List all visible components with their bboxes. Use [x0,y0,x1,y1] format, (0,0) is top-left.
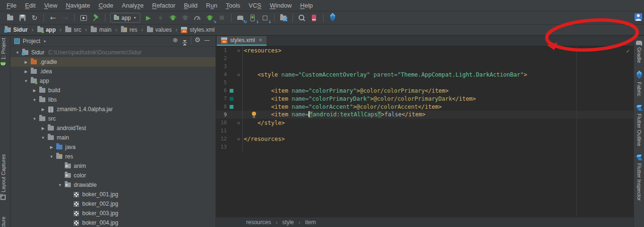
sdk-manager-button[interactable]: ↓ [247,13,258,23]
tree-item-boker-004-jpg[interactable]: boker_004.jpg [10,218,215,227]
chevron-collapsed-icon[interactable]: ▶ [23,70,29,74]
code-editor[interactable]: ✓ 1⊟<resources>234⊟ <style name="CustomA… [216,46,634,217]
forward-button[interactable]: → [60,13,71,23]
tree-item-java[interactable]: ▶java [10,142,215,152]
tree-item-androidtest[interactable]: ▶androidTest [10,123,215,133]
fold-marker-icon[interactable]: ⊟ [235,135,243,143]
run-config-window-button[interactable] [78,13,89,23]
tree-item-anim[interactable]: anim [10,161,215,171]
tree-item-main[interactable]: ▼main [10,133,215,142]
fold-marker-icon[interactable]: ⊟ [235,70,243,79]
save-button[interactable] [17,13,28,23]
attach-android-debugger-button[interactable]: ↘ [204,13,215,23]
tree-item-res[interactable]: ▼res [10,152,215,161]
tool-window-tab-flutter-outline[interactable]: Flutter Outline [636,105,642,146]
menu-run[interactable]: Run [202,0,222,10]
chevron-collapsed-icon[interactable]: ▶ [23,60,29,64]
attach-debugger-button[interactable] [180,13,191,23]
tool-window-tab-layout-captures[interactable]: Layout Captures [0,154,6,200]
close-tab-icon[interactable]: × [259,37,262,44]
fabric-button[interactable] [327,13,338,23]
tree-item-boker-003-jpg[interactable]: boker_003.jpg [10,209,215,218]
tree-item-app[interactable]: ▼app [10,76,215,86]
tree-item-boker-001-jpg[interactable]: boker_001.jpg [10,190,215,199]
tool-window-tab-fabric[interactable]: Fabric [636,71,643,96]
tree-item-drawable[interactable]: ▼drawable [10,180,215,190]
menu-help[interactable]: Help [296,0,317,10]
hide-panel-button[interactable]: — [202,35,212,45]
menu-vcs[interactable]: VCS [244,0,266,10]
chevron-collapsed-icon[interactable]: ▶ [31,88,38,93]
breadcrumb-main[interactable]: main [91,26,112,33]
tree-item-libs[interactable]: ▼libs [10,95,215,105]
menu-tools[interactable]: Tools [222,0,244,10]
menu-window[interactable]: Window [266,0,296,10]
chevron-expanded-icon[interactable]: ▼ [31,98,38,102]
breadcrumb-sidur[interactable]: Sidur [5,26,28,33]
search-everywhere-button[interactable] [296,13,308,23]
fold-marker-icon[interactable]: ⊟ [235,119,243,127]
menu-file[interactable]: File [2,0,21,10]
back-button[interactable]: ← [47,13,59,23]
intention-bulb-icon[interactable] [252,112,256,116]
breadcrumb-app[interactable]: app [37,26,56,33]
debug-button[interactable] [167,13,179,23]
build-hammer-button[interactable] [90,13,102,23]
collapse-all-button[interactable] [180,38,189,47]
menu-analyze[interactable]: Analyze [118,0,148,10]
chevron-down-icon[interactable]: ▼ [43,40,46,43]
stop-button[interactable] [216,13,228,23]
chevron-expanded-icon[interactable]: ▼ [40,136,46,140]
menu-navigate[interactable]: Navigate [61,0,94,10]
tree-item-src[interactable]: ▼src [10,114,215,123]
breadcrumb-values[interactable]: values [147,26,172,33]
sync-button[interactable]: ↻ [29,13,40,23]
tree-item-color[interactable]: color [10,171,215,180]
locate-button[interactable]: ⊕ [171,35,180,44]
avatar-button[interactable] [635,13,642,22]
menu-build[interactable]: Build [180,0,202,10]
color-swatch[interactable] [228,89,235,93]
chevron-expanded-icon[interactable]: ▼ [31,117,38,121]
chevron-collapsed-icon[interactable]: ▶ [40,126,46,131]
device-manager-button[interactable] [309,13,320,23]
tree-item--idea[interactable]: ▶.idea [10,67,215,76]
menu-refactor[interactable]: Refactor [148,0,180,10]
chevron-expanded-icon[interactable]: ▼ [48,155,55,159]
settings-gear-button[interactable]: ⚙ [193,35,202,44]
chevron-collapsed-icon[interactable]: ▶ [40,107,46,112]
breadcrumb-res[interactable]: res [121,26,137,33]
chevron-expanded-icon[interactable]: ▼ [23,79,29,83]
fold-marker-icon[interactable]: ⊟ [235,46,243,54]
tool-window-tab-7-structure[interactable]: 7: Structure [0,217,12,227]
tree-item--gradle[interactable]: ▶.gradle [10,57,215,67]
tree-item-sidur[interactable]: ▼SidurC:\Users\padfodnik\Documents\Sidur [10,48,215,57]
apply-changes-button[interactable] [155,13,166,23]
color-swatch[interactable] [228,97,235,101]
tool-window-tab-gradle[interactable]: Gradle [636,41,642,63]
gradle-sync-button[interactable]: ↻ [235,13,246,23]
tree-item-build[interactable]: ▶build [10,86,215,95]
color-swatch[interactable] [228,105,235,109]
tree-item-zmanim-1-4-0alpha-jar[interactable]: ▶zmanim-1.4.0alpha.jar [10,105,215,114]
project-structure-button[interactable] [278,13,289,23]
breadcrumb-src[interactable]: src [65,26,81,33]
chevron-expanded-icon[interactable]: ▼ [14,51,21,55]
profiler-button[interactable] [192,13,203,23]
menu-view[interactable]: View [40,0,61,10]
run-configuration-selector[interactable]: app▼ [110,13,140,23]
tool-window-tab-1-project[interactable]: 1: Project [0,38,6,65]
breadcrumb-styles-xml[interactable]: <>styles.xml [181,26,215,33]
xml-breadcrumb-style[interactable]: style [282,219,294,226]
run-button[interactable]: ▶ [143,13,154,23]
tree-item-boker-002-jpg[interactable]: boker_002.jpg [10,199,215,209]
menu-code[interactable]: Code [94,0,118,10]
tab-styles-xml[interactable]: <> styles.xml × [217,36,266,46]
menu-edit[interactable]: Edit [21,0,40,10]
xml-breadcrumb-resources[interactable]: resources [246,219,271,226]
tool-window-tab-flutter-inspector[interactable]: Flutter Inspector [636,155,642,201]
chevron-expanded-icon[interactable]: ▼ [57,183,63,187]
avd-manager-button[interactable]: ↓ [259,13,271,23]
xml-breadcrumb-item[interactable]: item [305,219,316,226]
open-button[interactable] [4,13,16,23]
